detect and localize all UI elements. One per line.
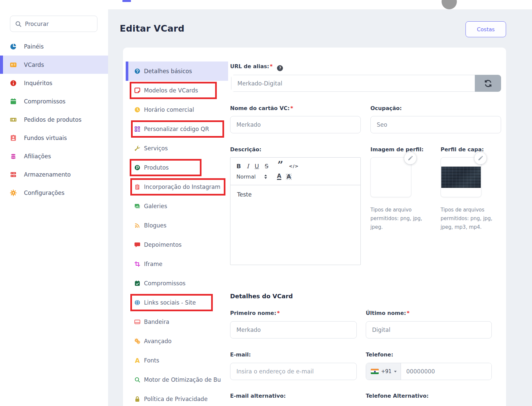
tab-depoimentos[interactable]: Depoimentos — [126, 235, 228, 254]
sidebar-nav: Painéis VCards Inquéritos Compromissos P… — [0, 37, 108, 202]
tab-horario-comercial[interactable]: Horário comercial — [126, 100, 228, 119]
edit-cover-profile-button[interactable] — [474, 152, 486, 164]
tab-blogues[interactable]: Blogues — [126, 216, 228, 235]
back-button[interactable]: Costas — [466, 21, 506, 37]
sidebar-search[interactable] — [10, 16, 97, 32]
tab-label: Detalhes básicos — [144, 68, 192, 74]
tab-motor-de-otimizacao[interactable]: Motor de Otimização de Bu — [126, 370, 228, 389]
profile-image-upload[interactable] — [370, 157, 411, 197]
search-input[interactable] — [25, 21, 92, 27]
sidebar: Painéis VCards Inquéritos Compromissos P… — [0, 0, 108, 406]
sidebar-item-configuracoes[interactable]: Configurações — [0, 184, 108, 202]
sidebar-item-afiliacoes[interactable]: Afiliações — [0, 147, 108, 165]
tab-personalizar-codigo-qr[interactable]: Personalizar código QR — [126, 119, 228, 139]
tab-label: Iframe — [144, 261, 162, 267]
cover-image-preview — [441, 167, 481, 188]
code-button[interactable]: </> — [289, 164, 299, 169]
cover-profile-hint: Tipos de arquivos permitidos: png, jpg, … — [441, 205, 495, 231]
phone-field-group: +91 — [366, 363, 492, 380]
pencil-icon — [408, 156, 413, 161]
crop-icon — [134, 261, 140, 267]
profile-image-hint: Tipos de arquivo permitidos: png, jpg, j… — [370, 205, 427, 231]
page-title: Editar VCard — [120, 23, 185, 34]
tab-produtos[interactable]: Produtos — [126, 158, 228, 177]
description-content[interactable]: Teste — [230, 185, 360, 204]
first-name-input[interactable] — [230, 322, 356, 338]
tab-galeries[interactable]: Galeries — [126, 197, 228, 216]
cover-profile-upload[interactable] — [441, 157, 481, 197]
dial-code-value: +91 — [381, 368, 392, 374]
tab-politica-de-privacidade[interactable]: Política de Privacidade — [126, 389, 228, 406]
help-icon[interactable]: ? — [277, 65, 283, 71]
vcard-tabs: Detalhes básicos Modelos de VCards Horár… — [126, 62, 228, 406]
pencil-icon — [478, 156, 483, 161]
tab-detalhes-basicos[interactable]: Detalhes básicos — [126, 62, 228, 81]
tab-label: Personalizar código QR — [144, 126, 209, 132]
caret-updown-icon — [264, 175, 267, 179]
lock-icon — [134, 396, 140, 402]
banknote-icon — [10, 116, 17, 123]
sidebar-item-label: Pedidos de produtos — [24, 116, 81, 123]
last-name-label: Último nome:* — [366, 310, 410, 316]
images-icon — [134, 203, 140, 209]
edit-profile-image-button[interactable] — [404, 152, 416, 164]
avatar[interactable] — [442, 0, 457, 9]
email-input[interactable] — [230, 363, 356, 380]
clipboard-icon — [134, 184, 140, 190]
tab-label: Modelos de VCards — [144, 87, 198, 94]
server-icon — [10, 171, 17, 178]
sidebar-item-paineis[interactable]: Painéis — [0, 37, 108, 56]
blockquote-button[interactable]: ” — [277, 163, 283, 169]
tab-links-sociais-site[interactable]: Links sociais - Site — [126, 293, 228, 312]
first-name-label: Primeiro nome:* — [230, 310, 280, 316]
sidebar-item-label: Inquéritos — [24, 80, 52, 86]
sidebar-item-compromissos[interactable]: Compromissos — [0, 92, 108, 110]
chevron-down-icon — [394, 371, 397, 372]
vcard-details-heading: Detalhes do VCard — [230, 293, 293, 300]
search-icon — [15, 21, 22, 27]
sidebar-item-label: Afiliações — [24, 153, 51, 160]
dial-code-dropdown[interactable]: +91 — [366, 363, 401, 380]
format-dropdown-value: Normal — [236, 174, 256, 180]
tab-compromissos[interactable]: Compromissos — [126, 274, 228, 293]
underline-button[interactable]: U — [255, 163, 259, 170]
sidebar-item-label: Fundos virtuais — [24, 135, 67, 141]
blog-icon — [134, 222, 140, 228]
tab-label: Compromissos — [144, 280, 186, 287]
vcard-name-input[interactable] — [230, 116, 360, 133]
description-editor[interactable]: B I U S ” </> Normal A A Teste — [230, 157, 361, 265]
sidebar-item-armazenamento[interactable]: Armazenamento — [0, 165, 108, 184]
text-color-button[interactable]: A — [277, 173, 281, 180]
bold-button[interactable]: B — [236, 163, 241, 170]
p-circle-icon — [134, 165, 140, 171]
tab-incorporacao-do-instagram[interactable]: Incorporação do Instagram — [126, 177, 228, 197]
calendar-check-icon — [134, 280, 140, 286]
refresh-alias-button[interactable] — [475, 75, 501, 92]
tab-avancado[interactable]: Avançado — [126, 332, 228, 351]
tab-bandeira[interactable]: Bandeira — [126, 312, 228, 332]
note-icon — [134, 87, 140, 93]
italic-button[interactable]: I — [247, 163, 249, 170]
tab-fonts[interactable]: A Fonts — [126, 351, 228, 370]
format-dropdown[interactable]: Normal — [236, 174, 267, 180]
pie-chart-icon — [10, 43, 17, 50]
highlight-color-button[interactable]: A — [286, 174, 292, 180]
last-name-input[interactable] — [366, 322, 491, 338]
sidebar-item-label: Compromissos — [24, 98, 66, 105]
sidebar-item-inqueritos[interactable]: Inquéritos — [0, 74, 108, 92]
tab-label: Avançado — [144, 338, 172, 344]
alias-input[interactable] — [231, 75, 475, 91]
tab-modelos-de-vcards[interactable]: Modelos de VCards — [126, 81, 228, 100]
strikethrough-button[interactable]: S — [265, 163, 268, 170]
profile-image-label: Imagem de perfil: — [370, 146, 424, 153]
hamburger-menu-icon[interactable] — [122, 0, 131, 2]
wrench-icon — [134, 145, 140, 151]
sidebar-item-fundos-virtuais[interactable]: Fundos virtuais — [0, 129, 108, 147]
sidebar-item-vcards[interactable]: VCards — [0, 56, 108, 74]
sidebar-item-pedidos-de-produtos[interactable]: Pedidos de produtos — [0, 110, 108, 129]
tab-iframe[interactable]: Iframe — [126, 254, 228, 274]
tab-label: Links sociais - Site — [144, 299, 196, 306]
tab-servicos[interactable]: Serviços — [126, 139, 228, 158]
occupation-input[interactable] — [371, 116, 501, 133]
phone-input[interactable] — [401, 363, 491, 380]
